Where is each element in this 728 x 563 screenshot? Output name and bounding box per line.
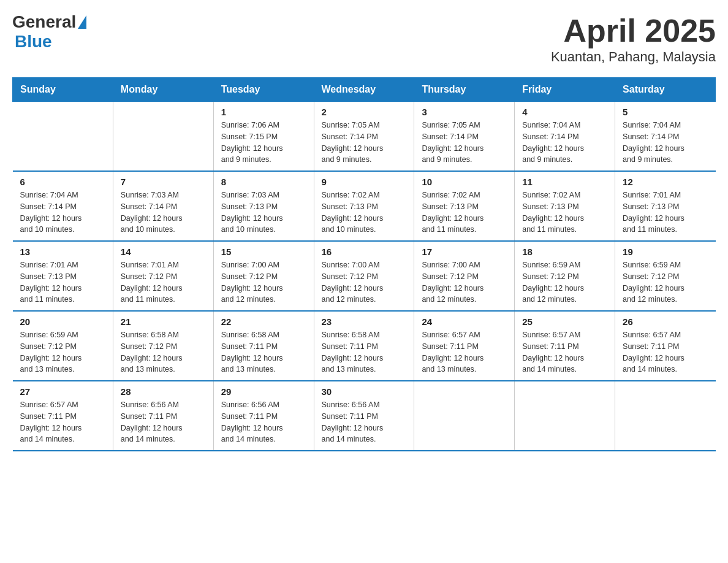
calendar-header: SundayMondayTuesdayWednesdayThursdayFrid… (13, 78, 716, 102)
calendar-cell: 15Sunrise: 7:00 AM Sunset: 7:12 PM Dayli… (213, 241, 314, 311)
day-info: Sunrise: 7:00 AM Sunset: 7:12 PM Dayligh… (322, 259, 407, 305)
calendar-cell: 1Sunrise: 7:06 AM Sunset: 7:15 PM Daylig… (213, 102, 314, 172)
day-number: 21 (121, 316, 206, 327)
calendar-cell (515, 381, 615, 451)
day-number: 5 (623, 107, 708, 117)
day-header-sunday: Sunday (13, 78, 113, 102)
day-header-monday: Monday (113, 78, 213, 102)
logo-arrow-icon (78, 15, 86, 29)
calendar-cell: 10Sunrise: 7:02 AM Sunset: 7:13 PM Dayli… (414, 171, 515, 241)
calendar-cell: 29Sunrise: 6:56 AM Sunset: 7:11 PM Dayli… (213, 381, 314, 451)
day-number: 25 (522, 316, 607, 327)
day-number: 2 (322, 107, 407, 117)
day-info: Sunrise: 7:05 AM Sunset: 7:14 PM Dayligh… (322, 120, 407, 166)
day-number: 24 (422, 316, 507, 327)
page-header: General Blue April 2025 Kuantan, Pahang,… (12, 12, 716, 65)
calendar-cell: 19Sunrise: 6:59 AM Sunset: 7:12 PM Dayli… (615, 241, 716, 311)
calendar-table: SundayMondayTuesdayWednesdayThursdayFrid… (12, 77, 716, 451)
day-header-friday: Friday (515, 78, 615, 102)
day-number: 23 (322, 316, 407, 327)
calendar-week-row: 27Sunrise: 6:57 AM Sunset: 7:11 PM Dayli… (13, 381, 716, 451)
day-info: Sunrise: 7:01 AM Sunset: 7:13 PM Dayligh… (20, 259, 105, 305)
calendar-cell: 20Sunrise: 6:59 AM Sunset: 7:12 PM Dayli… (13, 311, 113, 381)
calendar-cell: 25Sunrise: 6:57 AM Sunset: 7:11 PM Dayli… (515, 311, 615, 381)
day-number: 9 (322, 177, 407, 187)
day-info: Sunrise: 7:03 AM Sunset: 7:14 PM Dayligh… (121, 190, 206, 236)
calendar-cell (615, 381, 716, 451)
calendar-week-row: 1Sunrise: 7:06 AM Sunset: 7:15 PM Daylig… (13, 102, 716, 172)
day-number: 6 (20, 177, 105, 187)
calendar-cell: 7Sunrise: 7:03 AM Sunset: 7:14 PM Daylig… (113, 171, 213, 241)
day-info: Sunrise: 7:02 AM Sunset: 7:13 PM Dayligh… (522, 190, 607, 236)
day-number: 22 (221, 316, 306, 327)
day-number: 16 (322, 247, 407, 257)
day-info: Sunrise: 6:57 AM Sunset: 7:11 PM Dayligh… (422, 329, 507, 375)
day-number: 14 (121, 247, 206, 257)
day-number: 18 (522, 247, 607, 257)
calendar-cell: 21Sunrise: 6:58 AM Sunset: 7:12 PM Dayli… (113, 311, 213, 381)
day-info: Sunrise: 6:57 AM Sunset: 7:11 PM Dayligh… (522, 329, 607, 375)
calendar-cell: 28Sunrise: 6:56 AM Sunset: 7:11 PM Dayli… (113, 381, 213, 451)
day-number: 15 (221, 247, 306, 257)
day-number: 13 (20, 247, 105, 257)
calendar-body: 1Sunrise: 7:06 AM Sunset: 7:15 PM Daylig… (13, 102, 716, 451)
day-info: Sunrise: 7:06 AM Sunset: 7:15 PM Dayligh… (221, 120, 306, 166)
day-header-wednesday: Wednesday (314, 78, 414, 102)
calendar-week-row: 6Sunrise: 7:04 AM Sunset: 7:14 PM Daylig… (13, 171, 716, 241)
day-info: Sunrise: 7:00 AM Sunset: 7:12 PM Dayligh… (422, 259, 507, 305)
day-info: Sunrise: 6:57 AM Sunset: 7:11 PM Dayligh… (623, 329, 708, 375)
calendar-cell: 5Sunrise: 7:04 AM Sunset: 7:14 PM Daylig… (615, 102, 716, 172)
calendar-cell: 6Sunrise: 7:04 AM Sunset: 7:14 PM Daylig… (13, 171, 113, 241)
day-info: Sunrise: 7:00 AM Sunset: 7:12 PM Dayligh… (221, 259, 306, 305)
day-info: Sunrise: 7:01 AM Sunset: 7:12 PM Dayligh… (121, 259, 206, 305)
calendar-cell: 2Sunrise: 7:05 AM Sunset: 7:14 PM Daylig… (314, 102, 414, 172)
logo-general-text: General (12, 12, 76, 32)
day-number: 8 (221, 177, 306, 187)
day-info: Sunrise: 6:58 AM Sunset: 7:11 PM Dayligh… (221, 329, 306, 375)
day-header-saturday: Saturday (615, 78, 716, 102)
day-header-tuesday: Tuesday (213, 78, 314, 102)
day-number: 27 (20, 386, 105, 397)
calendar-week-row: 20Sunrise: 6:59 AM Sunset: 7:12 PM Dayli… (13, 311, 716, 381)
calendar-title: April 2025 (551, 12, 716, 49)
calendar-cell (113, 102, 213, 172)
day-info: Sunrise: 7:04 AM Sunset: 7:14 PM Dayligh… (522, 120, 607, 166)
day-info: Sunrise: 7:03 AM Sunset: 7:13 PM Dayligh… (221, 190, 306, 236)
day-number: 4 (522, 107, 607, 117)
calendar-cell: 13Sunrise: 7:01 AM Sunset: 7:13 PM Dayli… (13, 241, 113, 311)
calendar-cell: 26Sunrise: 6:57 AM Sunset: 7:11 PM Dayli… (615, 311, 716, 381)
day-info: Sunrise: 6:56 AM Sunset: 7:11 PM Dayligh… (221, 399, 306, 445)
logo: General Blue (12, 12, 86, 52)
day-info: Sunrise: 6:58 AM Sunset: 7:12 PM Dayligh… (121, 329, 206, 375)
calendar-cell: 30Sunrise: 6:56 AM Sunset: 7:11 PM Dayli… (314, 381, 414, 451)
day-number: 19 (623, 247, 708, 257)
calendar-cell: 24Sunrise: 6:57 AM Sunset: 7:11 PM Dayli… (414, 311, 515, 381)
day-info: Sunrise: 7:01 AM Sunset: 7:13 PM Dayligh… (623, 190, 708, 236)
calendar-cell: 22Sunrise: 6:58 AM Sunset: 7:11 PM Dayli… (213, 311, 314, 381)
day-info: Sunrise: 7:02 AM Sunset: 7:13 PM Dayligh… (422, 190, 507, 236)
calendar-cell: 27Sunrise: 6:57 AM Sunset: 7:11 PM Dayli… (13, 381, 113, 451)
day-info: Sunrise: 6:59 AM Sunset: 7:12 PM Dayligh… (623, 259, 708, 305)
calendar-cell: 4Sunrise: 7:04 AM Sunset: 7:14 PM Daylig… (515, 102, 615, 172)
day-number: 3 (422, 107, 507, 117)
day-number: 28 (121, 386, 206, 397)
calendar-cell: 17Sunrise: 7:00 AM Sunset: 7:12 PM Dayli… (414, 241, 515, 311)
day-info: Sunrise: 6:57 AM Sunset: 7:11 PM Dayligh… (20, 399, 105, 445)
calendar-cell (414, 381, 515, 451)
calendar-cell: 11Sunrise: 7:02 AM Sunset: 7:13 PM Dayli… (515, 171, 615, 241)
logo-blue-text: Blue (15, 32, 86, 52)
calendar-cell: 3Sunrise: 7:05 AM Sunset: 7:14 PM Daylig… (414, 102, 515, 172)
calendar-cell: 16Sunrise: 7:00 AM Sunset: 7:12 PM Dayli… (314, 241, 414, 311)
day-info: Sunrise: 6:56 AM Sunset: 7:11 PM Dayligh… (121, 399, 206, 445)
day-info: Sunrise: 7:05 AM Sunset: 7:14 PM Dayligh… (422, 120, 507, 166)
day-headers-row: SundayMondayTuesdayWednesdayThursdayFrid… (13, 78, 716, 102)
day-header-thursday: Thursday (414, 78, 515, 102)
day-number: 29 (221, 386, 306, 397)
calendar-cell: 8Sunrise: 7:03 AM Sunset: 7:13 PM Daylig… (213, 171, 314, 241)
calendar-location: Kuantan, Pahang, Malaysia (551, 49, 716, 65)
day-info: Sunrise: 6:58 AM Sunset: 7:11 PM Dayligh… (322, 329, 407, 375)
day-number: 10 (422, 177, 507, 187)
calendar-cell: 12Sunrise: 7:01 AM Sunset: 7:13 PM Dayli… (615, 171, 716, 241)
day-number: 12 (623, 177, 708, 187)
calendar-week-row: 13Sunrise: 7:01 AM Sunset: 7:13 PM Dayli… (13, 241, 716, 311)
